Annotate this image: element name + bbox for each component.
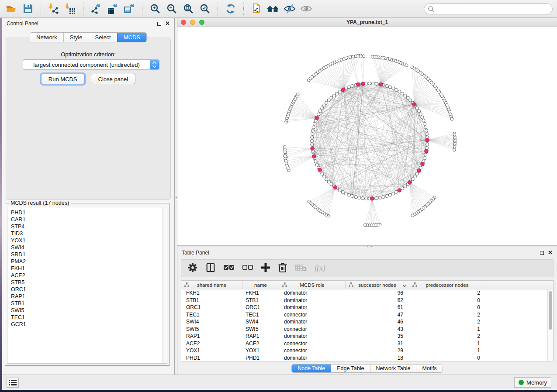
mcds-result-node[interactable]: RAP1 [7, 293, 167, 300]
export-image-icon[interactable] [122, 2, 136, 16]
table-row[interactable]: ORC1ORC1dominator610 [181, 304, 547, 311]
maximize-window-icon[interactable] [199, 20, 204, 25]
network-leaf-node[interactable] [364, 224, 367, 227]
network-node[interactable] [404, 185, 407, 188]
tab-node-table[interactable]: Node Table [292, 364, 331, 372]
mcds-hub-node[interactable] [425, 149, 428, 153]
zoom-selected-icon[interactable] [198, 2, 212, 16]
tab-network[interactable]: Network [30, 33, 63, 42]
mcds-hub-node[interactable] [417, 169, 421, 172]
column-header-shared-name[interactable]: shared name [181, 281, 242, 289]
memory-button[interactable]: Memory [514, 377, 551, 388]
network-node[interactable] [415, 107, 419, 110]
close-panel-button[interactable]: Close panel [91, 74, 136, 84]
mcds-hub-node[interactable] [379, 83, 383, 86]
first-neighbors-icon[interactable] [266, 2, 280, 16]
network-leaf-node[interactable] [405, 64, 408, 67]
network-node[interactable] [330, 96, 333, 100]
network-leaf-node[interactable] [349, 56, 352, 59]
network-node[interactable] [385, 194, 388, 197]
mcds-hub-node[interactable] [361, 82, 365, 86]
network-node[interactable] [348, 193, 351, 196]
mcds-result-node[interactable]: GCR1 [7, 321, 167, 328]
network-node[interactable] [327, 99, 330, 102]
network-node[interactable] [404, 94, 407, 97]
create-column-plus-icon[interactable] [261, 263, 270, 274]
show-columns-icon[interactable] [205, 262, 216, 274]
deselect-all-icon[interactable] [242, 263, 253, 273]
network-leaf-node[interactable] [453, 148, 456, 151]
network-leaf-node[interactable] [284, 155, 287, 158]
open-session-icon[interactable] [4, 2, 18, 16]
column-header-name[interactable]: name [242, 281, 279, 289]
network-node[interactable] [388, 193, 391, 196]
network-node[interactable] [312, 126, 315, 129]
network-node[interactable] [371, 82, 374, 85]
import-network-icon[interactable] [47, 2, 61, 16]
mcds-hub-node[interactable] [318, 168, 322, 172]
network-node[interactable] [401, 187, 404, 190]
network-node[interactable] [419, 113, 422, 116]
network-snapshot-icon[interactable] [249, 2, 263, 16]
mcds-result-node[interactable]: TID3 [7, 230, 167, 237]
network-node[interactable] [411, 178, 414, 181]
show-all-eye-icon[interactable] [299, 2, 313, 16]
network-canvas[interactable] [177, 27, 557, 245]
float-panel-icon[interactable] [157, 22, 161, 26]
network-node[interactable] [344, 192, 347, 195]
mcds-hub-node[interactable] [312, 155, 316, 158]
network-node[interactable] [348, 86, 351, 89]
mcds-result-node[interactable]: CAR1 [7, 216, 167, 223]
network-node[interactable] [311, 133, 314, 136]
mcds-hub-node[interactable] [412, 103, 416, 106]
table-row[interactable]: YOX1YOX1connector291 [181, 347, 547, 354]
network-node[interactable] [325, 101, 328, 104]
column-header-predecessor-nodes[interactable]: predecessor nodes [409, 281, 485, 289]
hide-selected-eye-slash-icon[interactable] [283, 2, 297, 16]
table-row[interactable]: SWI4SWI4dominator462 [181, 318, 547, 326]
network-node[interactable] [392, 87, 395, 90]
float-panel-icon[interactable] [540, 251, 544, 255]
select-all-icon[interactable] [223, 263, 235, 273]
network-node[interactable] [330, 182, 333, 186]
scrollbar-thumb[interactable] [549, 291, 552, 330]
network-node[interactable] [424, 126, 427, 129]
mcds-hub-node[interactable] [342, 88, 345, 91]
mcds-result-node[interactable]: STB5 [7, 279, 167, 286]
save-session-icon[interactable] [21, 2, 35, 16]
run-mcds-button[interactable]: Run MCDS [41, 74, 85, 84]
table-row[interactable]: ACE2ACE2connector311 [181, 340, 547, 347]
network-node[interactable] [395, 89, 398, 92]
network-node[interactable] [421, 116, 424, 119]
network-node[interactable] [426, 143, 429, 146]
network-node[interactable] [406, 96, 409, 100]
mcds-result-node[interactable]: SRD1 [7, 251, 167, 258]
network-node[interactable] [422, 119, 425, 122]
tab-edge-table[interactable]: Edge Table [331, 364, 370, 372]
network-node[interactable] [382, 196, 385, 199]
network-node[interactable] [358, 196, 361, 199]
network-node[interactable] [368, 82, 371, 85]
network-leaf-node[interactable] [296, 93, 299, 96]
network-node[interactable] [335, 92, 338, 95]
network-node[interactable] [423, 122, 426, 125]
network-node[interactable] [325, 178, 328, 181]
network-node[interactable] [323, 104, 326, 107]
mcds-hub-node[interactable] [356, 83, 360, 86]
zoom-out-icon[interactable] [165, 2, 179, 16]
network-node[interactable] [321, 107, 324, 110]
table-row[interactable]: SWI5SWI5connector431 [181, 326, 547, 333]
mcds-result-node[interactable]: PMA2 [7, 258, 167, 265]
network-node[interactable] [385, 84, 388, 87]
mcds-result-node[interactable]: YOX1 [7, 237, 167, 244]
import-table-icon[interactable] [63, 2, 77, 16]
network-node[interactable] [409, 99, 412, 102]
tab-mcds[interactable]: MCDS [117, 33, 146, 42]
mcds-result-node[interactable]: PHD1 [7, 209, 167, 216]
mcds-result-node[interactable]: SWI5 [7, 307, 167, 314]
network-node[interactable] [315, 163, 318, 166]
network-window-titlebar[interactable]: YPA_prune.txt_1 [177, 18, 557, 27]
mcds-result-node[interactable]: ORC1 [7, 286, 167, 293]
network-node[interactable] [417, 110, 420, 113]
network-node[interactable] [392, 192, 395, 195]
